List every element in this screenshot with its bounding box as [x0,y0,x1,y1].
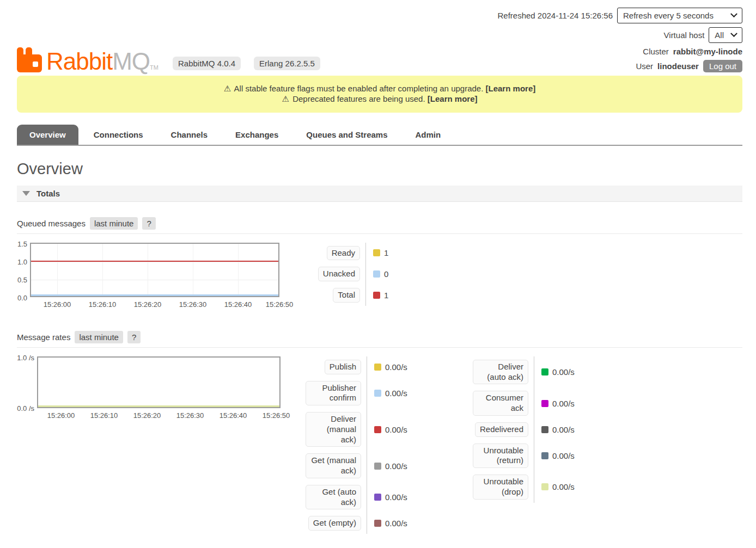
tab-queues-and-streams[interactable]: Queues and Streams [294,125,400,145]
legend-label-unroutable-drop[interactable]: Unroutable (drop) [473,475,528,500]
legend-row-unacked: Unacked 0 [304,263,417,285]
chevron-down-icon [730,30,737,37]
queued-range-badge[interactable]: last minute [90,217,138,230]
totals-section-bar[interactable]: Totals [17,186,742,202]
legend-value: 0.00/s [385,519,407,528]
x-axis-tick: 15:26:10 [89,300,117,309]
x-axis-tick: 15:26:50 [266,300,294,309]
gridline [148,244,148,296]
x-axis-tick: 15:26:20 [133,411,161,420]
tab-admin[interactable]: Admin [403,125,454,145]
y-axis-tick: 1.0 /s [17,354,34,362]
tab-channels[interactable]: Channels [158,125,221,145]
warning-icon: ⚠ [282,94,289,103]
x-axis-tick: 15:26:00 [47,411,75,420]
legend-swatch [374,463,381,470]
queued-messages-legend: Ready 1 Unacked 0 Total 1 [304,243,417,306]
legend-value: 0.00/s [385,362,407,372]
legend-label-get-empty[interactable]: Get (empty) [308,516,361,531]
legend-label-consumer-ack[interactable]: Consumer ack [473,391,528,416]
queued-messages-chart: 1.5 1.0 0.5 0.0 15:26:00 15:26:10 15:26:… [30,243,279,297]
message-rates-chart: 1.0 /s 0.0 /s 15:26:00 15:26:10 15:26:20… [37,356,281,408]
legend-value: 0.00/s [552,399,575,408]
tab-connections[interactable]: Connections [81,125,156,145]
legend-value: 0.00/s [385,425,407,434]
legend-swatch [373,249,380,256]
warning-icon: ⚠ [224,84,231,93]
y-axis-tick: 0.0 [17,294,27,302]
queued-help-icon[interactable]: ? [142,217,155,230]
legend-swatch [374,494,381,501]
message-rates-header: Message rates last minute ? [17,328,742,348]
logout-button[interactable]: Log out [703,60,742,72]
legend-swatch [541,400,548,407]
cluster-name: rabbit@my-linode [673,47,742,56]
legend-swatch [541,483,548,490]
logo-wordmark: RabbitMQTM [46,51,158,72]
legend-swatch [374,364,381,371]
legend-row-deliver-manual-ack: Deliver (manual ack) 0.00/s [306,409,418,450]
rates-help-icon[interactable]: ? [127,331,141,343]
queued-messages-title: Queued messages [17,219,86,228]
learn-more-link-2[interactable]: [Learn more] [428,94,478,103]
gridline [193,244,193,296]
legend-label-publisher-confirm[interactable]: Publisher confirm [306,381,361,406]
legend-value: 1 [384,248,388,257]
legend-swatch [374,390,381,397]
y-axis-tick: 1.0 [17,258,27,266]
x-axis-tick: 15:26:40 [220,411,247,420]
legend-label-publish[interactable]: Publish [325,360,361,374]
rates-baseline-series-line [38,405,279,407]
legend-swatch [541,368,548,375]
legend-label-ready[interactable]: Ready [327,246,360,261]
collapse-toggle-icon[interactable] [22,191,30,196]
legend-row-ready: Ready 1 [304,243,417,264]
refresh-interval-select[interactable]: Refresh every 5 seconds [617,8,742,23]
rates-range-badge[interactable]: last minute [75,331,123,343]
legend-row-unroutable-drop: Unroutable (drop) 0.00/s [473,471,586,503]
legend-row-publish: Publish 0.00/s [306,356,418,378]
legend-label-get-auto-ack[interactable]: Get (auto ack) [306,485,361,510]
legend-label-redelivered[interactable]: Redelivered [475,422,528,437]
legend-value: 0.00/s [385,389,407,398]
legend-value: 0.00/s [552,425,575,434]
legend-value: 0.00/s [385,461,407,471]
virtual-host-label: Virtual host [664,30,705,40]
virtual-host-select[interactable]: All [709,27,742,43]
y-axis-tick: 1.5 [17,240,27,248]
warning-banner: ⚠ All stable feature flags must be enabl… [17,76,742,113]
legend-swatch [541,426,548,433]
x-axis-tick: 15:26:50 [263,411,290,420]
legend-value: 1 [384,291,388,300]
total-series-line [31,261,278,262]
queued-messages-body: 1.5 1.0 0.5 0.0 15:26:00 15:26:10 15:26:… [17,243,756,306]
legend-row-total: Total 1 [304,285,417,306]
learn-more-link-1[interactable]: [Learn more] [486,84,536,93]
legend-label-deliver-manual-ack[interactable]: Deliver (manual ack) [306,412,361,447]
cluster-label: Cluster [643,47,669,56]
refreshed-timestamp: Refreshed 2024-11-24 15:26:56 [497,11,613,20]
legend-value: 0 [384,269,388,279]
x-axis-tick: 15:26:40 [224,300,252,309]
tab-overview[interactable]: Overview [17,125,78,145]
legend-value: 0.00/s [552,482,575,491]
legend-row-deliver-auto-ack: Deliver (auto ack) 0.00/s [473,356,586,388]
gridline [238,244,239,296]
x-axis-tick: 15:26:00 [44,300,71,309]
banner-line-2: ⚠ Deprecated features are being used. [L… [22,94,737,104]
page-title: Overview [17,160,756,178]
legend-row-get-empty: Get (empty) 0.00/s [306,513,418,534]
legend-row-publisher-confirm: Publisher confirm 0.00/s [306,378,418,409]
user-label: User [636,61,653,71]
rabbitmq-logo: RabbitMQTM [17,47,158,72]
legend-label-total[interactable]: Total [333,288,360,303]
gridline [31,280,278,280]
legend-label-unroutable-return[interactable]: Unroutable (return) [473,444,528,469]
legend-value: 0.00/s [552,451,575,460]
tab-exchanges[interactable]: Exchanges [223,125,291,145]
legend-label-get-manual-ack[interactable]: Get (manual ack) [306,453,361,478]
legend-label-deliver-auto-ack[interactable]: Deliver (auto ack) [473,360,528,385]
queued-messages-header: Queued messages last minute ? [17,214,742,234]
legend-row-get-auto-ack: Get (auto ack) 0.00/s [306,482,418,513]
legend-label-unacked[interactable]: Unacked [318,267,360,281]
